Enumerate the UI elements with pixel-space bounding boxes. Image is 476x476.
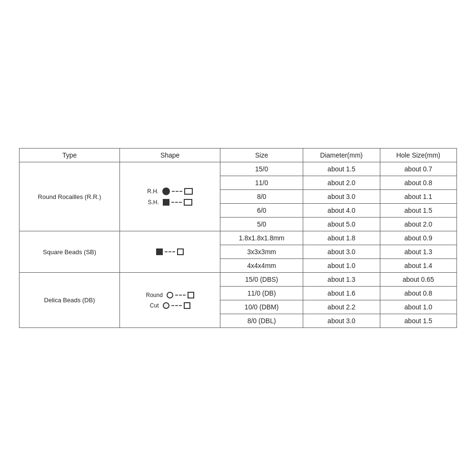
type-round-rocailles: Round Rocailles (R.R.) [20,162,120,231]
sh-label: S.H. [148,199,159,206]
size-cell: 11/0 [220,176,303,190]
diameter-cell: about 1.3 [303,273,380,287]
db-cut-label: Cut [150,302,159,309]
sb-square-solid [156,248,163,255]
rh-rect-bead [184,188,193,195]
db-round-dotted [175,295,186,296]
hole-cell: about 1.5 [380,204,456,218]
size-cell: 8/0 (DBL) [220,314,303,328]
header-diameter: Diameter(mm) [303,149,380,162]
rh-round-bead [162,188,170,195]
diameter-cell: about 1.8 [303,231,380,245]
header-type: Type [20,149,120,162]
db-cut-dotted [171,305,182,306]
hole-cell: about 1.4 [380,259,456,273]
header-hole: Hole Size(mm) [380,149,456,162]
diameter-cell: about 2.0 [303,176,380,190]
size-cell: 1.8x1.8x1.8mm [220,231,303,245]
rh-dotted-line [172,191,182,192]
rh-label: R.H. [147,188,159,195]
size-cell: 8/0 [220,190,303,204]
page-wrapper: Type Shape Size Diameter(mm) Hole Size(m… [19,148,457,328]
hole-cell: about 0.9 [380,231,456,245]
sh-shape: S.H. [125,199,215,206]
hole-cell: about 1.0 [380,300,456,314]
header-shape: Shape [120,149,220,162]
size-cell: 11/0 (DB) [220,287,303,300]
hole-cell: about 1.1 [380,190,456,204]
shape-round-rocailles: R.H. S.H. [120,162,220,231]
hole-cell: about 0.7 [380,162,456,176]
diameter-cell: about 1.0 [303,259,380,273]
hole-cell: about 0.8 [380,287,456,300]
size-cell: 15/0 (DBS) [220,273,303,287]
rh-shape: R.H. [125,188,215,195]
diameter-cell: about 3.0 [303,245,380,259]
size-cell: 6/0 [220,204,303,218]
diameter-cell: about 2.2 [303,300,380,314]
sb-dotted-line [165,251,175,252]
shape-square-beads [120,231,220,273]
sh-square-bead [163,199,169,206]
bead-reference-table: Type Shape Size Diameter(mm) Hole Size(m… [19,148,457,328]
db-cut-sq-outline [184,302,190,309]
size-cell: 15/0 [220,162,303,176]
db-round-label: Round [146,292,162,298]
db-round-bead [167,292,173,298]
hole-cell: about 0.65 [380,273,456,287]
size-cell: 3x3x3mm [220,245,303,259]
sh-rect-bead [184,199,192,206]
hole-cell: about 0.8 [380,176,456,190]
table-row: Round Rocailles (R.R.) R.H. S.H. [20,162,457,176]
sh-dotted-line [171,202,182,203]
diameter-cell: about 1.6 [303,287,380,300]
diameter-cell: about 5.0 [303,218,380,231]
size-cell: 5/0 [220,218,303,231]
sb-square-outline [177,248,184,255]
diameter-cell: about 4.0 [303,204,380,218]
sb-shape [125,248,215,255]
db-cut-bead [163,302,169,309]
table-row: Square Beads (SB) 1.8x1.8x1.8mm about 1.… [20,231,457,245]
db-round-shape: Round [125,292,215,298]
db-round-sq-outline [188,292,194,298]
diameter-cell: about 1.5 [303,162,380,176]
hole-cell: about 1.3 [380,245,456,259]
size-cell: 10/0 (DBM) [220,300,303,314]
shape-delica-beads: Round Cut [120,273,220,328]
hole-cell: about 2.0 [380,218,456,231]
db-cut-shape: Cut [125,302,215,309]
size-cell: 4x4x4mm [220,259,303,273]
table-row: Delica Beads (DB) Round Cut [20,273,457,287]
header-size: Size [220,149,303,162]
diameter-cell: about 3.0 [303,190,380,204]
hole-cell: about 1.5 [380,314,456,328]
type-square-beads: Square Beads (SB) [20,231,120,273]
diameter-cell: about 3.0 [303,314,380,328]
type-delica-beads: Delica Beads (DB) [20,273,120,328]
